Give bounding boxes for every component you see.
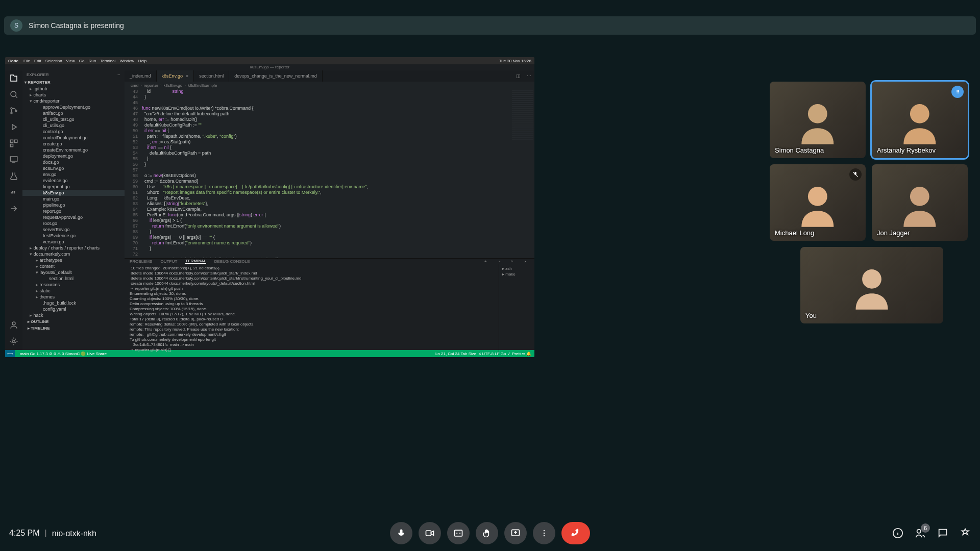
extensions-icon[interactable] [9, 139, 18, 148]
test-icon[interactable] [9, 171, 18, 181]
tree-item[interactable]: version.go [22, 239, 125, 245]
tree-item[interactable]: config.yaml [22, 306, 125, 312]
people-button[interactable]: 6 [915, 528, 926, 539]
remote-indicator[interactable]: ⟷ [5, 350, 15, 357]
breadcrumb-item[interactable]: cmd [131, 83, 138, 88]
liveshare-icon[interactable] [9, 204, 18, 213]
remote-icon[interactable] [9, 155, 18, 164]
panel-tab[interactable]: DEBUG CONSOLE [214, 259, 250, 264]
search-icon[interactable] [9, 90, 18, 99]
tree-item[interactable]: root.go [22, 220, 125, 227]
status-item[interactable]: ✓ Prettier [507, 352, 525, 356]
panel-tab[interactable]: OUTPUT [160, 259, 177, 264]
status-item[interactable]: UTF-8 [482, 352, 494, 356]
raise-hand-button[interactable] [476, 522, 498, 544]
tree-item[interactable]: layouts/_default [22, 269, 125, 276]
breadcrumb-item[interactable]: k8sEnvExample [188, 83, 217, 88]
timeline-section[interactable]: TIMELINE [22, 325, 125, 332]
tree-item[interactable]: pipeline.go [22, 202, 125, 208]
menu-item[interactable]: File [23, 59, 30, 63]
tree-item[interactable]: .github [22, 86, 125, 92]
menu-item[interactable]: Terminal [100, 59, 115, 63]
tree-item[interactable]: cmd/reporter [22, 98, 125, 104]
close-tab-icon[interactable]: × [186, 73, 188, 79]
explorer-root[interactable]: REPORTER [22, 79, 125, 86]
tree-item[interactable]: serverEnv.go [22, 227, 125, 233]
participant-tile[interactable]: Jon Jagger [872, 164, 968, 241]
tree-item[interactable]: createEnvironment.go [22, 147, 125, 153]
status-item[interactable]: Go [501, 352, 506, 356]
accounts-icon[interactable] [9, 320, 18, 330]
terminal-output[interactable]: 10 files changed, 20 insertions(+), 21 d… [125, 264, 499, 355]
docker-icon[interactable] [9, 188, 18, 197]
more-options-button[interactable] [533, 522, 555, 544]
tree-item[interactable]: k8sEnv.go [22, 190, 125, 196]
split-editor-icon[interactable]: ◫ [513, 73, 524, 79]
gear-icon[interactable] [9, 337, 18, 346]
maximize-panel-icon[interactable]: ^ [511, 259, 516, 264]
captions-button[interactable] [447, 522, 470, 544]
info-button[interactable] [892, 528, 903, 539]
tree-item[interactable]: cli_utils.go [22, 122, 125, 129]
tree-item[interactable]: report.go [22, 208, 125, 214]
status-item[interactable]: Go 1.17.3 [30, 352, 48, 356]
menu-item[interactable]: Run [88, 59, 96, 63]
participant-tile[interactable]: ⠿ Arstanaly Rysbekov [872, 82, 968, 158]
tree-item[interactable]: .hugo_build.lock [22, 300, 125, 306]
tree-item[interactable]: archetypes [22, 257, 125, 263]
present-button[interactable] [504, 522, 527, 544]
status-item[interactable]: 🔔 [526, 352, 531, 356]
editor-tab[interactable]: k8sEnv.go× [157, 70, 194, 82]
camera-button[interactable] [419, 522, 441, 544]
tree-item[interactable]: create.go [22, 141, 125, 147]
tree-item[interactable]: resources [22, 282, 125, 288]
tree-item[interactable]: deployment.go [22, 153, 125, 159]
breadcrumb-item[interactable]: reporter [144, 83, 158, 88]
menu-item[interactable]: Selection [45, 59, 62, 63]
terminal-list[interactable]: ▸ zsh▸ make [499, 264, 534, 355]
tree-item[interactable]: evidence.go [22, 178, 125, 184]
explorer-icon[interactable] [9, 73, 18, 83]
tree-item[interactable]: fingerprint.go [22, 184, 125, 190]
menu-item[interactable]: Help [138, 59, 146, 63]
chat-button[interactable] [937, 528, 948, 539]
panel-tab[interactable]: PROBLEMS [130, 259, 152, 264]
status-item[interactable]: Ln 21, Col 24 [435, 352, 460, 356]
editor-tab[interactable]: _index.md [125, 70, 157, 82]
menu-item[interactable]: Edit [34, 59, 41, 63]
new-terminal-icon[interactable]: + [484, 259, 489, 264]
tree-item[interactable]: cli_utils_test.go [22, 116, 125, 122]
menu-item[interactable]: Window [119, 59, 134, 63]
participant-tile[interactable]: You [800, 247, 943, 323]
editor-tab[interactable]: section.html [194, 70, 229, 82]
tree-item[interactable]: ecsEnv.go [22, 165, 125, 171]
participant-tile[interactable]: Simon Castagna [770, 82, 866, 158]
status-item[interactable]: main [20, 352, 29, 356]
tree-item[interactable]: deploy / charts / reporter / charts [22, 245, 125, 251]
mic-button[interactable] [390, 522, 412, 544]
tree-item[interactable]: main.go [22, 196, 125, 202]
status-item[interactable]: LF [495, 352, 499, 356]
editor-more-icon[interactable]: ⋯ [524, 73, 534, 79]
tree-item[interactable]: section.html [22, 276, 125, 282]
tree-item[interactable]: docs.merkely.com [22, 251, 125, 257]
explorer-more-icon[interactable]: ⋯ [116, 72, 120, 77]
tree-item[interactable]: env.go [22, 171, 125, 178]
tree-item[interactable]: artifact.go [22, 110, 125, 116]
menu-item[interactable]: Go [79, 59, 85, 63]
editor-tab[interactable]: devops_change_is_the_new_normal.md [229, 70, 323, 82]
tree-item[interactable]: themes [22, 294, 125, 300]
tree-item[interactable]: testEvidence.go [22, 233, 125, 239]
breadcrumb-item[interactable]: k8sEnv.go [163, 83, 182, 88]
status-item[interactable]: Live Share [87, 352, 107, 356]
participant-tile[interactable]: Michael Long [770, 164, 866, 241]
tree-item[interactable]: docs.go [22, 159, 125, 165]
source-control-icon[interactable] [9, 106, 18, 115]
terminal-shell[interactable]: ▸ zsh [501, 266, 532, 271]
split-terminal-icon[interactable]: ⫠ [498, 259, 503, 264]
code-editor[interactable]: 4344454647484950515253545556575859606162… [125, 89, 534, 258]
status-item[interactable]: SimonC 🟢 [65, 352, 86, 356]
debug-icon[interactable] [9, 122, 18, 132]
end-call-button[interactable] [561, 522, 590, 544]
tree-item[interactable]: controlDeployment.go [22, 135, 125, 141]
